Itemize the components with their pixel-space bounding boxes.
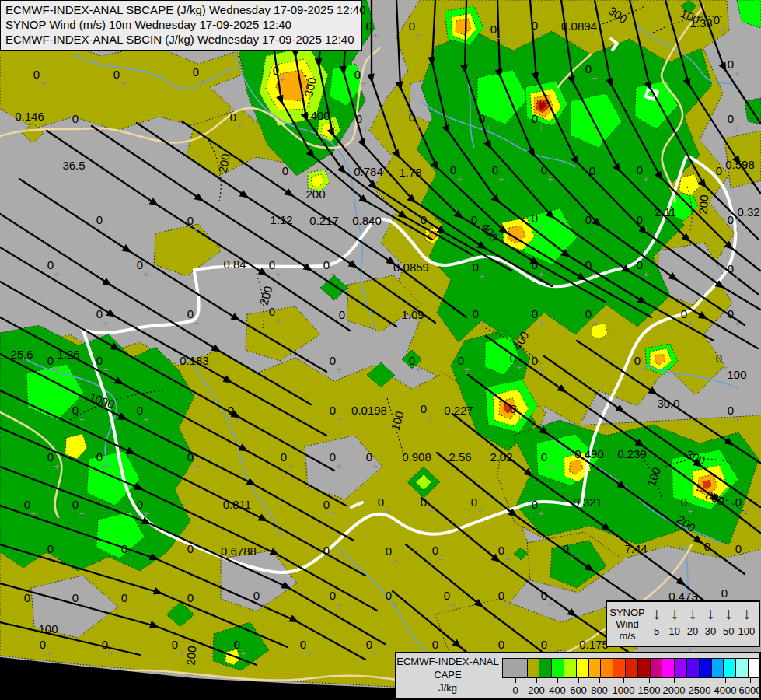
station-zero-label: 0 xyxy=(637,214,643,226)
station-zero-label: 0 xyxy=(634,355,641,366)
station-zero-label: 0 xyxy=(681,496,687,508)
contour-value-label: 200 xyxy=(184,646,197,666)
scale-tick-label: 200 xyxy=(528,684,545,696)
weather-map-canvas xyxy=(0,0,761,700)
station-zero-label: 0 xyxy=(728,58,734,70)
station-zero-label: 0 xyxy=(541,451,547,463)
station-zero-label: 0 xyxy=(721,587,728,599)
station-zero-label: 0 xyxy=(72,113,79,124)
wind-speed-column: ↓10 xyxy=(665,604,683,646)
station-zero-label: 0 xyxy=(585,214,592,226)
station-value-label: 7.44 xyxy=(624,543,647,555)
station-zero-label: 0 xyxy=(498,544,504,556)
station-zero-label: 0 xyxy=(47,543,54,555)
down-arrow-icon: ↓ xyxy=(738,604,756,624)
station-zero-label: 0 xyxy=(421,403,427,415)
station-plus-marker: + xyxy=(734,123,740,133)
down-arrow-icon: ↓ xyxy=(702,604,720,624)
station-plus-marker: + xyxy=(79,415,85,425)
station-plus-marker: + xyxy=(538,30,544,40)
station-plus-marker: + xyxy=(438,555,445,565)
station-zero-label: 0 xyxy=(716,352,722,364)
station-plus-marker: + xyxy=(194,225,200,235)
station-zero-label: 0 xyxy=(323,259,330,271)
station-zero-label: 0 xyxy=(492,164,498,176)
color-swatch xyxy=(625,658,637,678)
color-swatch xyxy=(735,658,748,678)
scale-tick-label: 4000 xyxy=(714,684,737,696)
scale-tick-label: 800 xyxy=(591,684,608,696)
station-plus-marker: + xyxy=(547,600,553,610)
station-plus-marker: + xyxy=(361,79,367,89)
scale-tick xyxy=(515,678,516,683)
station-plus-marker: + xyxy=(330,269,336,279)
station-plus-marker: + xyxy=(742,553,748,563)
scale-tick xyxy=(649,678,650,683)
station-zero-label: 0 xyxy=(121,592,127,604)
color-swatch xyxy=(662,658,674,678)
station-zero-label: 0 xyxy=(498,639,504,650)
station-zero-label: 0 xyxy=(563,543,569,555)
station-zero-label: 0 xyxy=(24,592,30,604)
map-title-box: ECMWF-INDEX-ANAL SBCAPE (J/kg) Wednesday… xyxy=(0,0,362,51)
color-swatch xyxy=(527,658,539,678)
station-plus-marker: + xyxy=(236,121,243,131)
station-zero-label: 0 xyxy=(716,165,722,177)
wind-speed-column: ↓5 xyxy=(648,604,665,646)
station-plus-marker: + xyxy=(336,365,342,375)
station-plus-marker: + xyxy=(103,224,109,234)
station-zero-label: 0 xyxy=(728,263,734,275)
station-plus-marker: + xyxy=(643,224,649,234)
station-plus-marker: + xyxy=(330,509,336,519)
station-value-label: 0.84 xyxy=(223,258,246,270)
station-plus-marker: + xyxy=(336,600,342,610)
station-zero-label: 0 xyxy=(541,639,547,650)
station-plus-marker: + xyxy=(538,123,544,133)
station-plus-marker: + xyxy=(450,600,456,610)
station-zero-label: 0 xyxy=(386,590,392,601)
station-plus-marker: + xyxy=(477,506,483,516)
station-plus-marker: + xyxy=(516,413,522,423)
wind-speed-label: 20 xyxy=(683,625,701,637)
station-zero-label: 0 xyxy=(172,639,178,650)
station-zero-label: 0 xyxy=(541,590,547,601)
station-zero-label: 0 xyxy=(228,404,234,416)
station-zero-label: 0 xyxy=(113,68,120,80)
station-plus-marker: + xyxy=(372,649,379,659)
station-value-label: 30.0 xyxy=(657,397,679,409)
station-plus-marker: + xyxy=(143,269,149,279)
station-value-label: 0.908 xyxy=(402,451,431,463)
station-plus-marker: + xyxy=(79,509,85,519)
station-value-label: 1.78 xyxy=(399,166,421,178)
station-zero-label: 0 xyxy=(532,355,538,366)
wind-speed-label: 30 xyxy=(702,625,720,637)
station-value-label: 0.0198 xyxy=(351,404,387,416)
station-plus-marker: + xyxy=(279,75,285,85)
station-plus-marker: + xyxy=(427,506,433,516)
wind-speed-label: 50 xyxy=(720,625,738,637)
station-zero-label: 0 xyxy=(102,639,108,650)
station-zero-label: 0 xyxy=(187,543,194,555)
station-zero-label: 0 xyxy=(532,113,538,124)
wind-speed-scale: ↓5↓10↓20↓30↓50↓100 xyxy=(648,602,759,646)
station-zero-label: 0 xyxy=(589,165,595,177)
station-zero-label: 0 xyxy=(490,23,497,35)
down-arrow-icon: ↓ xyxy=(720,604,738,624)
station-plus-marker: + xyxy=(538,269,544,279)
station-plus-marker: + xyxy=(260,600,266,610)
station-zero-label: 0 xyxy=(421,214,427,226)
station-zero-label: 0 xyxy=(96,355,103,366)
contour-value-label: 200 xyxy=(216,152,231,173)
station-zero-label: 0 xyxy=(728,214,734,226)
wind-speed-label: 100 xyxy=(738,625,756,637)
scale-tick-label: 2000 xyxy=(663,684,686,696)
station-plus-marker: + xyxy=(372,30,379,40)
station-zero-label: 0 xyxy=(473,261,479,273)
station-plus-marker: + xyxy=(497,33,503,44)
station-value-label: 100 xyxy=(38,623,58,635)
station-plus-marker: + xyxy=(427,413,433,423)
station-value-label: 0.183 xyxy=(180,355,209,366)
scale-tick xyxy=(750,678,751,683)
station-plus-marker: + xyxy=(199,76,205,86)
cape-legend-title: ECMWF-INDEX-ANAL CAPE J/kg xyxy=(396,655,499,695)
